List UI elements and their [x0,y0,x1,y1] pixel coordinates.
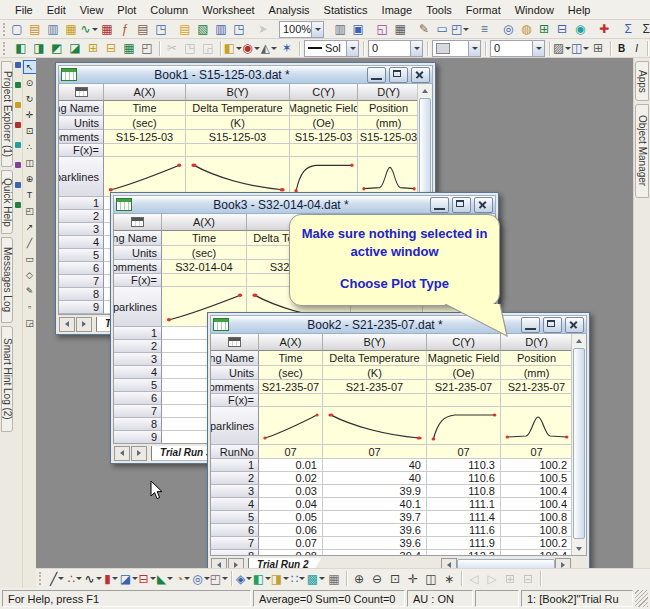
cell-units-col3[interactable]: (Oe) [290,116,358,130]
minimize-button[interactable] [367,67,386,83]
runno-col3[interactable]: 07 [427,445,501,459]
row-label-long-name[interactable]: Long Name [211,351,259,366]
data-cell-col1[interactable]: 0.03 [259,485,323,498]
column-properties-button[interactable]: ◰ [138,40,156,57]
border-combo-dropdown-button[interactable] [468,41,480,56]
plot-contour-button[interactable]: ▩ [307,570,325,587]
plot-area-button[interactable]: ◣ [156,570,174,587]
cell-units-col1[interactable]: (sec) [259,366,323,380]
mask-points-button[interactable]: ◫ [422,570,440,587]
font-size-combo[interactable]: 0 [490,40,545,57]
row-label-f-x[interactable]: F(x)= [59,144,104,157]
data-cell-col4[interactable]: 100.8 [501,511,573,524]
maximize-button[interactable] [389,67,408,83]
cell-long-name-col1[interactable]: Time [104,101,186,116]
fill-color-button[interactable]: ◧ [224,40,242,57]
data-cell-col2[interactable]: 39.6 [323,537,427,550]
scroll-up-button[interactable] [418,84,432,97]
cell-f-x-col1[interactable] [259,394,323,407]
data-selector-tool[interactable]: ⊡ [23,124,37,138]
close-button[interactable] [565,317,584,333]
selection-on-points-tool[interactable]: ∴ [23,140,37,154]
dock-tab-messages-log[interactable]: Messages Log [1,237,13,323]
row-label-comments[interactable]: Comments [211,380,259,394]
column-header-b-y[interactable]: B(Y) [186,84,290,101]
data-cell-col1[interactable]: 0.05 [259,511,323,524]
add-new-columns-button[interactable]: ✚ [595,21,613,38]
pattern-button[interactable]: ▨ [553,40,571,57]
data-cell-col4[interactable]: 100.4 [501,550,573,556]
data-cell-col4[interactable]: 100.4 [501,485,573,498]
line-tool[interactable]: ╱ [23,236,37,250]
plot-line-button[interactable]: ╱ [48,570,66,587]
data-cell-col1[interactable]: 0.08 [259,550,323,556]
row-number[interactable]: 6 [114,392,162,405]
sparkline-cell-col1[interactable] [104,157,186,197]
cell-units-col4[interactable]: (mm) [501,366,573,380]
row-label-long-name[interactable]: Long Name [59,101,104,116]
worksheet-query-button[interactable]: ⊟ [553,21,571,38]
object-edit-tool[interactable]: ◲ [23,316,37,330]
plot-column-dropdown-arrow[interactable] [112,577,118,580]
row-label-comments[interactable]: Comments [114,260,162,274]
cell-comments-col2[interactable]: S21-235-07 [323,380,427,394]
font-size-combo-dropdown-button[interactable] [532,41,544,56]
save-project-button[interactable]: ▥ [44,21,62,38]
cell-long-name-col2[interactable]: Delta Temperature [186,101,290,116]
toolbar-grip[interactable] [3,42,9,55]
new-workbook-button[interactable]: ▦ [62,21,80,38]
runno-col2[interactable]: 07 [323,445,427,459]
sparkline-cell-col1[interactable] [259,407,323,445]
new-notes-button[interactable]: ▤ [134,21,152,38]
sheet-tab[interactable]: Trial Run 2 [248,558,322,569]
scroll-up-button[interactable] [572,334,586,347]
app-center-button[interactable]: ◉ [571,21,589,38]
row-number[interactable]: 3 [114,353,162,366]
menu-plot[interactable]: Plot [110,2,143,18]
excel-mini-icon[interactable] [15,102,21,108]
row-label-units[interactable]: Units [59,116,104,130]
row-number[interactable]: 5 [114,379,162,392]
insert-rows-button[interactable]: ▦ [120,40,138,57]
copy-graph-button[interactable]: ◱ [373,21,391,38]
move-points-button[interactable]: ∗ [440,570,458,587]
layout-horizontal-button[interactable]: ▭ [433,21,451,38]
maximize-button[interactable] [543,317,562,333]
move-column-left-button[interactable]: ◨ [30,40,48,57]
draw-tool[interactable]: ✎ [23,284,37,298]
select-all-corner[interactable] [114,214,162,231]
plot-column-button[interactable]: ▮ [102,570,120,587]
menu-file[interactable]: File [8,2,40,18]
vertical-scroll-thumb[interactable] [573,348,585,539]
sheet-nav-right[interactable] [76,317,92,332]
row-number[interactable]: 3 [211,485,259,498]
column-header-c-y[interactable]: C(Y) [290,84,358,101]
cell-units-col2[interactable]: (K) [186,116,290,130]
dock-tab-quick-help[interactable]: Quick Help [1,170,13,234]
title-bar[interactable]: Book1 - S15-125-03.dat * [58,65,433,84]
border-color-button[interactable]: ◭ [260,40,278,57]
sparkline-cell-col3[interactable] [290,157,358,197]
cell-f-x-col1[interactable] [104,144,186,157]
sheet-nav-left[interactable] [114,446,130,461]
column-header-a-x[interactable]: A(X) [162,214,247,231]
data-cell-col2[interactable]: 40 [323,459,427,472]
hscroll-left-button[interactable] [441,558,457,569]
row-number[interactable]: 6 [59,262,104,275]
notes-mini-icon[interactable] [15,162,21,168]
data-cell-col2[interactable]: 39.6 [323,524,427,537]
plot-3d-bars-button[interactable]: ◨ [271,570,289,587]
scroll-down-button[interactable] [572,542,586,555]
row-number[interactable]: 7 [59,275,104,288]
row-label-comments[interactable]: Comments [59,130,104,144]
column-header-d-y[interactable]: D(Y) [358,84,420,101]
append-rows-button[interactable]: ⊟ [102,40,120,57]
plot-3d-button[interactable]: ◈ [235,570,253,587]
row-label-f-x[interactable]: F(x)= [211,394,259,407]
plot-line-symbol-button[interactable]: ∿ [84,570,102,587]
cell-units-col1[interactable]: (sec) [104,116,186,130]
move-column-last-button[interactable]: ◪ [66,40,84,57]
cell-f-x-col3[interactable] [290,144,358,157]
vertical-scrollbar[interactable] [571,334,586,555]
menu-view[interactable]: View [73,2,111,18]
